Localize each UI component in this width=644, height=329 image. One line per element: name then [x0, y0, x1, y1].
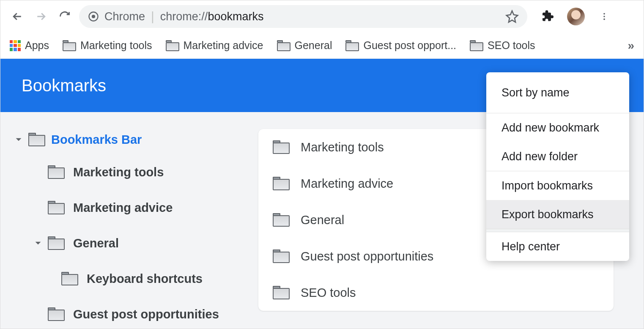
- address-bar[interactable]: Chrome | chrome://bookmarks: [79, 5, 527, 28]
- tree-item[interactable]: Marketing advice: [9, 190, 250, 225]
- folder-icon: [61, 272, 78, 285]
- url-prefix: Chrome: [104, 10, 145, 23]
- chrome-icon: [88, 11, 99, 22]
- page-title: Bookmarks: [22, 76, 106, 95]
- folder-icon: [470, 40, 483, 51]
- bookmark-bar-item[interactable]: SEO tools: [470, 39, 535, 52]
- organize-menu: Sort by name Add new bookmark Add new fo…: [486, 72, 629, 261]
- menu-help-center[interactable]: Help center: [486, 232, 629, 261]
- folder-icon: [48, 201, 65, 214]
- url-path: bookmarks: [208, 10, 263, 23]
- menu-separator: [486, 229, 629, 232]
- url-separator: |: [151, 9, 154, 24]
- menu-label: Add new bookmark: [501, 121, 599, 134]
- bookmark-bar-label: General: [295, 39, 332, 52]
- list-item[interactable]: SEO tools: [258, 274, 614, 311]
- chrome-menu-button[interactable]: [595, 7, 614, 26]
- svg-point-3: [603, 16, 605, 17]
- menu-label: Export bookmarks: [501, 208, 594, 221]
- browser-toolbar: Chrome | chrome://bookmarks: [0, 0, 644, 33]
- folder-icon: [273, 286, 290, 299]
- tree-item[interactable]: Marketing tools: [9, 154, 250, 190]
- svg-point-1: [92, 15, 95, 18]
- bookmarks-tree-sidebar: Bookmarks Bar Marketing tools Marketing …: [0, 112, 258, 329]
- tree-root-label: Bookmarks Bar: [51, 133, 142, 147]
- svg-point-2: [603, 13, 605, 15]
- list-item-label: Marketing advice: [301, 177, 393, 191]
- folder-icon: [273, 249, 290, 263]
- menu-label: Import bookmarks: [501, 179, 593, 192]
- folder-icon: [48, 165, 65, 179]
- tree-item-label: Marketing tools: [73, 165, 164, 179]
- apps-grid-icon: [10, 40, 21, 51]
- tree-item-label: Guest post opportunities: [73, 307, 219, 321]
- folder-icon: [273, 177, 290, 190]
- forward-button[interactable]: [32, 7, 50, 26]
- tree-root-bookmarks-bar[interactable]: Bookmarks Bar: [9, 125, 250, 154]
- list-item-label: SEO tools: [301, 286, 356, 300]
- list-item-label: Guest post opportunities: [301, 249, 433, 263]
- bookmark-bar-label: Marketing advice: [184, 39, 263, 52]
- back-button[interactable]: [8, 7, 27, 26]
- menu-import-bookmarks[interactable]: Import bookmarks: [486, 171, 629, 200]
- folder-icon: [273, 140, 290, 154]
- bookmark-bar-label: Marketing tools: [80, 39, 152, 52]
- bookmark-bar-item[interactable]: Marketing tools: [63, 39, 152, 52]
- bookmarks-bar: Apps Marketing tools Marketing advice Ge…: [0, 33, 644, 59]
- profile-avatar[interactable]: [567, 8, 585, 25]
- bookmark-bar-label: SEO tools: [488, 39, 535, 52]
- caret-down-icon: [34, 240, 42, 247]
- folder-icon: [48, 307, 65, 321]
- bookmark-bar-item[interactable]: General: [277, 39, 332, 52]
- apps-label: Apps: [25, 39, 49, 52]
- menu-sort-by-name[interactable]: Sort by name: [486, 72, 629, 113]
- tree-item-label: General: [73, 236, 119, 250]
- folder-icon: [277, 40, 290, 51]
- folder-icon: [345, 40, 359, 51]
- bookmark-bar-item[interactable]: Guest post opport...: [345, 39, 456, 52]
- url-host: chrome://: [160, 10, 208, 23]
- tree-item[interactable]: Keyboard shortcuts: [9, 261, 250, 296]
- tree-item-general[interactable]: General: [9, 225, 250, 261]
- menu-export-bookmarks[interactable]: Export bookmarks: [486, 200, 629, 229]
- menu-label: Add new folder: [501, 150, 578, 163]
- folder-icon: [48, 236, 65, 250]
- bookmark-bar-label: Guest post opport...: [363, 39, 456, 52]
- list-item-label: Marketing tools: [301, 140, 384, 154]
- svg-point-4: [603, 19, 605, 20]
- folder-icon: [28, 133, 45, 146]
- tree-item-label: Marketing advice: [73, 201, 173, 215]
- menu-label: Sort by name: [501, 86, 570, 99]
- folder-icon: [273, 213, 290, 227]
- menu-add-folder[interactable]: Add new folder: [486, 142, 629, 171]
- tree-item[interactable]: Guest post opportunities: [9, 296, 250, 329]
- folder-icon: [166, 40, 179, 51]
- bookmark-star-icon[interactable]: [505, 10, 519, 23]
- reload-button[interactable]: [55, 7, 74, 26]
- extensions-icon[interactable]: [541, 10, 554, 23]
- menu-label: Help center: [501, 240, 560, 253]
- bookmark-bar-overflow[interactable]: »: [628, 39, 634, 52]
- apps-shortcut[interactable]: Apps: [10, 39, 49, 52]
- menu-add-bookmark[interactable]: Add new bookmark: [486, 113, 629, 142]
- tree-item-label: Keyboard shortcuts: [87, 272, 203, 286]
- caret-down-icon: [15, 136, 22, 143]
- bookmark-bar-item[interactable]: Marketing advice: [166, 39, 263, 52]
- list-item-label: General: [301, 213, 344, 227]
- folder-icon: [63, 40, 76, 51]
